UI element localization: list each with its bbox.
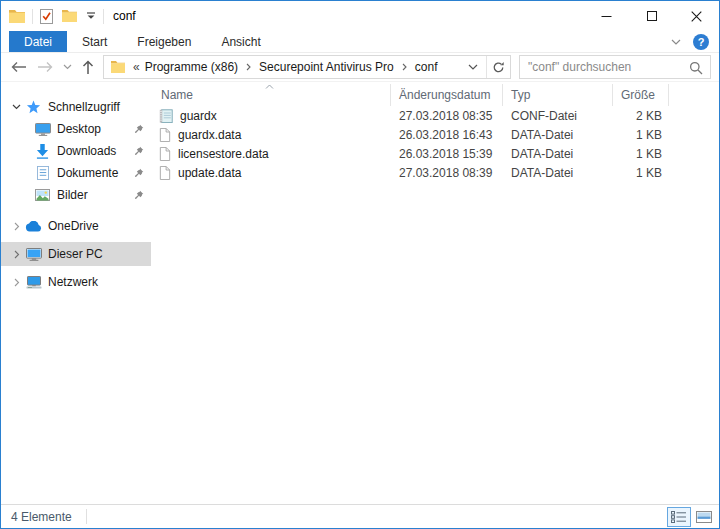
conf-file-icon xyxy=(159,109,173,123)
navigation-toolbar: « Programme (x86) Securepoint Antivirus … xyxy=(1,53,719,82)
breadcrumb-chevron-icon[interactable] xyxy=(240,63,257,71)
file-row-guardx[interactable]: guardx 27.03.2018 08:35 CONF-Datei 2 KB xyxy=(151,106,719,125)
title-bar: conf xyxy=(1,1,719,31)
up-button[interactable] xyxy=(82,60,94,75)
breadcrumb-conf[interactable]: conf xyxy=(413,60,440,74)
file-size: 2 KB xyxy=(613,109,669,123)
breadcrumb-overflow-icon[interactable]: « xyxy=(130,60,143,74)
file-size: 1 KB xyxy=(613,128,669,142)
sidebar-item-onedrive[interactable]: OneDrive xyxy=(1,214,151,238)
onedrive-cloud-icon xyxy=(24,221,43,232)
sidebar-item-desktop[interactable]: Desktop xyxy=(1,118,151,140)
file-modified: 26.03.2018 16:43 xyxy=(391,128,503,142)
tab-freigeben[interactable]: Freigeben xyxy=(122,31,206,52)
file-row-licensestore-data[interactable]: licensestore.data 26.03.2018 15:39 DATA-… xyxy=(151,144,719,163)
navigation-pane: Schnellzugriff Desktop Downloads xyxy=(1,82,151,504)
file-modified: 27.03.2018 08:39 xyxy=(391,166,503,180)
document-icon xyxy=(33,166,52,180)
sidebar-item-netzwerk[interactable]: Netzwerk xyxy=(1,270,151,294)
column-header-type[interactable]: Typ xyxy=(503,84,613,106)
file-type: DATA-Datei xyxy=(503,166,613,180)
app-folder-icon xyxy=(9,10,25,23)
window-controls xyxy=(584,1,719,31)
sidebar-item-label: Desktop xyxy=(57,122,101,136)
chevron-right-icon[interactable] xyxy=(9,222,24,231)
search-icon[interactable] xyxy=(689,61,703,75)
network-icon xyxy=(24,276,43,289)
back-button[interactable] xyxy=(11,61,27,73)
column-header-modified[interactable]: Änderungsdatum xyxy=(391,84,503,106)
file-type: DATA-Datei xyxy=(503,128,613,142)
sort-ascending-caret-icon xyxy=(265,84,274,89)
address-history-chevron-icon[interactable] xyxy=(460,64,486,70)
maximize-button[interactable] xyxy=(629,1,674,31)
data-file-icon xyxy=(159,166,171,180)
file-name: guardx.data xyxy=(178,128,241,142)
quick-access-toolbar xyxy=(40,9,96,24)
breadcrumb-chevron-icon[interactable] xyxy=(396,63,413,71)
file-name: update.data xyxy=(178,166,241,180)
file-name: licensestore.data xyxy=(178,147,269,161)
details-view-icon[interactable] xyxy=(667,507,691,527)
titlebar-separator xyxy=(103,9,104,24)
address-folder-icon xyxy=(110,61,126,73)
recent-locations-chevron-icon[interactable] xyxy=(63,64,72,70)
search-box xyxy=(519,55,711,79)
file-type: CONF-Datei xyxy=(503,109,613,123)
quick-access-star-icon xyxy=(24,100,43,115)
new-folder-icon[interactable] xyxy=(62,10,77,22)
sidebar-item-label: Bilder xyxy=(57,188,88,202)
sidebar-item-label: Dieser PC xyxy=(48,247,103,261)
main-content: Schnellzugriff Desktop Downloads xyxy=(1,82,719,504)
expand-ribbon-chevron-icon[interactable] xyxy=(671,39,681,45)
sidebar-item-bilder[interactable]: Bilder xyxy=(1,184,151,206)
pictures-icon xyxy=(33,189,52,201)
explorer-window: conf Datei Start Freigeben Ansicht ? xyxy=(0,0,720,529)
ribbon-tab-bar: Datei Start Freigeben Ansicht ? xyxy=(1,31,719,53)
sidebar-item-dokumente[interactable]: Dokumente xyxy=(1,162,151,184)
close-button[interactable] xyxy=(674,1,719,31)
status-separator xyxy=(86,509,87,524)
item-count: 4 Elemente xyxy=(11,510,72,524)
help-icon[interactable]: ? xyxy=(693,34,709,50)
status-bar: 4 Elemente xyxy=(1,504,719,528)
tab-ansicht[interactable]: Ansicht xyxy=(206,31,275,52)
file-size: 1 KB xyxy=(613,147,669,161)
minimize-button[interactable] xyxy=(584,1,629,31)
chevron-right-icon[interactable] xyxy=(9,250,24,259)
forward-button[interactable] xyxy=(37,61,53,73)
desktop-icon xyxy=(33,123,52,136)
column-header-size[interactable]: Größe xyxy=(613,84,669,106)
file-row-update-data[interactable]: update.data 27.03.2018 08:39 DATA-Datei … xyxy=(151,163,719,182)
pin-icon xyxy=(134,146,144,156)
titlebar-separator xyxy=(32,9,33,24)
chevron-down-icon[interactable] xyxy=(9,104,24,110)
tab-datei[interactable]: Datei xyxy=(9,31,67,52)
thumbnail-view-icon[interactable] xyxy=(692,507,716,527)
file-row-guardx-data[interactable]: guardx.data 26.03.2018 16:43 DATA-Datei … xyxy=(151,125,719,144)
customize-qat-dropdown-icon[interactable] xyxy=(86,12,96,20)
breadcrumb-securepoint-antivirus-pro[interactable]: Securepoint Antivirus Pro xyxy=(257,60,396,74)
properties-icon[interactable] xyxy=(40,9,53,24)
file-modified: 26.03.2018 15:39 xyxy=(391,147,503,161)
search-input[interactable] xyxy=(520,56,710,78)
pin-icon xyxy=(134,190,144,200)
this-pc-icon xyxy=(24,248,43,261)
column-header-row: Name Änderungsdatum Typ Größe xyxy=(151,84,719,106)
sidebar-item-downloads[interactable]: Downloads xyxy=(1,140,151,162)
pin-icon xyxy=(134,168,144,178)
sidebar-item-schnellzugriff[interactable]: Schnellzugriff xyxy=(1,96,151,118)
sidebar-item-dieser-pc[interactable]: Dieser PC xyxy=(1,242,151,266)
breadcrumb-programme-x86[interactable]: Programme (x86) xyxy=(143,60,240,74)
refresh-icon[interactable] xyxy=(486,56,510,78)
downloads-icon xyxy=(33,144,52,159)
window-title: conf xyxy=(113,9,136,23)
file-list-pane: Name Änderungsdatum Typ Größe guardx 27.… xyxy=(151,82,719,504)
chevron-right-icon[interactable] xyxy=(9,278,24,287)
tab-start[interactable]: Start xyxy=(67,31,122,52)
address-bar[interactable]: « Programme (x86) Securepoint Antivirus … xyxy=(103,55,511,79)
pin-icon xyxy=(134,124,144,134)
sidebar-item-label: Dokumente xyxy=(57,166,118,180)
file-modified: 27.03.2018 08:35 xyxy=(391,109,503,123)
sidebar-item-label: Netzwerk xyxy=(48,275,98,289)
